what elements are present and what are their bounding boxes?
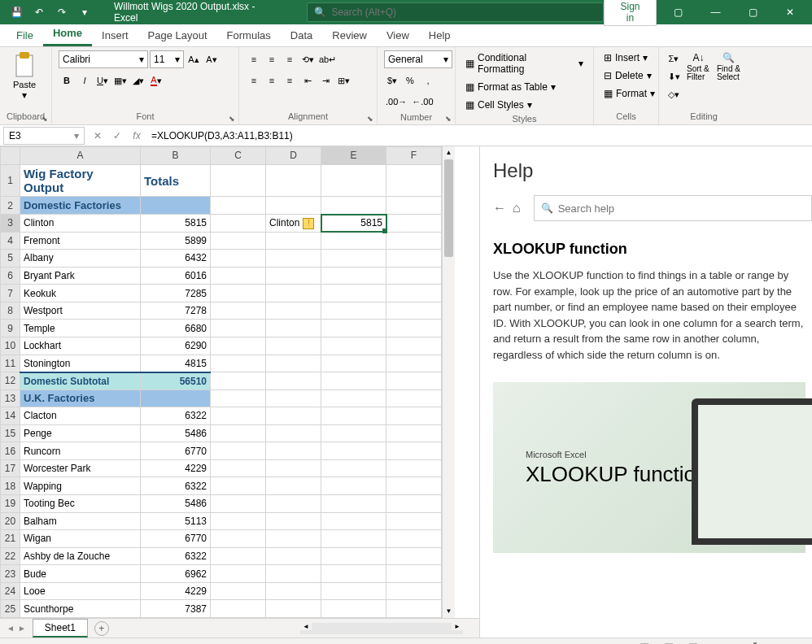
- cell-E15[interactable]: [321, 424, 386, 442]
- cell-E19[interactable]: [321, 495, 386, 513]
- comma-icon[interactable]: ,: [420, 72, 436, 89]
- cell-F16[interactable]: [386, 442, 442, 460]
- col-header-F[interactable]: F: [386, 147, 442, 165]
- cell-B18[interactable]: 6322: [141, 477, 211, 495]
- cell-C16[interactable]: [211, 442, 266, 460]
- cell-D14[interactable]: [266, 407, 321, 425]
- row-header-20[interactable]: 20: [1, 512, 20, 530]
- clipboard-launcher-icon[interactable]: ⬊: [41, 115, 48, 123]
- row-header-8[interactable]: 8: [1, 302, 20, 320]
- cell-B16[interactable]: 6770: [141, 442, 211, 460]
- tab-scroll-last-icon[interactable]: ►: [18, 624, 26, 633]
- delete-cells-button[interactable]: ⊟Delete▾: [600, 68, 655, 83]
- cell-F17[interactable]: [386, 459, 442, 477]
- cell-F10[interactable]: [386, 337, 442, 355]
- align-bottom-icon[interactable]: ≡: [282, 51, 298, 67]
- cell-F22[interactable]: [386, 547, 442, 565]
- tell-me-input[interactable]: [331, 7, 596, 18]
- cell-C12[interactable]: [211, 372, 266, 390]
- cell-A10[interactable]: Lockhart: [20, 337, 141, 355]
- row-header-19[interactable]: 19: [1, 495, 20, 513]
- redo-icon[interactable]: ↷: [52, 2, 72, 22]
- cell-A3[interactable]: Clinton: [20, 215, 141, 233]
- page-layout-view-icon[interactable]: ▥: [660, 640, 678, 645]
- row-header-13[interactable]: 13: [1, 389, 20, 407]
- cell-E16[interactable]: [321, 442, 386, 460]
- cell-D21[interactable]: [266, 530, 321, 548]
- cell-C11[interactable]: [211, 355, 266, 372]
- decrease-decimal-icon[interactable]: ←.00: [410, 94, 434, 110]
- insert-cells-button[interactable]: ⊞Insert▾: [600, 50, 651, 65]
- row-header-25[interactable]: 25: [1, 600, 20, 618]
- cell-E12[interactable]: [321, 372, 386, 390]
- cell-B8[interactable]: 7278: [141, 302, 211, 320]
- row-header-17[interactable]: 17: [1, 459, 20, 477]
- row-header-18[interactable]: 18: [1, 477, 20, 495]
- tab-help[interactable]: Help: [419, 24, 461, 46]
- cell-D11[interactable]: [266, 355, 321, 372]
- cell-C22[interactable]: [211, 547, 266, 565]
- align-right-icon[interactable]: ≡: [282, 72, 298, 89]
- col-header-E[interactable]: E: [321, 147, 386, 165]
- cell-A23[interactable]: Bude: [20, 565, 141, 583]
- row-header-16[interactable]: 16: [1, 442, 20, 460]
- font-launcher-icon[interactable]: ⬊: [229, 115, 235, 123]
- page-break-view-icon[interactable]: ▤: [684, 640, 702, 645]
- cell-F13[interactable]: [386, 389, 442, 407]
- cell-E7[interactable]: [321, 285, 386, 302]
- cell-C24[interactable]: [211, 582, 266, 600]
- cell-A11[interactable]: Stonington: [20, 355, 141, 372]
- cell-A5[interactable]: Albany: [20, 250, 141, 268]
- fill-color-button[interactable]: ◢▾: [130, 72, 146, 89]
- scroll-up-icon[interactable]: ▲: [443, 146, 455, 159]
- bold-button[interactable]: B: [59, 72, 75, 89]
- cell-B12[interactable]: 56510: [141, 372, 211, 390]
- cell-B4[interactable]: 5899: [141, 232, 211, 250]
- row-header-5[interactable]: 5: [1, 250, 20, 268]
- help-home-icon[interactable]: ⌂: [513, 201, 521, 215]
- cell-E2[interactable]: [321, 197, 386, 215]
- format-as-table-button[interactable]: ▦Format as Table▾: [462, 80, 559, 94]
- cell-B5[interactable]: 6432: [141, 250, 211, 268]
- cell-B22[interactable]: 6322: [141, 547, 211, 565]
- cell-E9[interactable]: [321, 320, 386, 337]
- col-header-A[interactable]: A: [20, 147, 141, 165]
- cell-A16[interactable]: Runcorn: [20, 442, 141, 460]
- cell-D18[interactable]: [266, 477, 321, 495]
- cell-B7[interactable]: 7285: [141, 285, 211, 302]
- align-left-icon[interactable]: ≡: [246, 72, 262, 89]
- cell-E17[interactable]: [321, 459, 386, 477]
- orientation-icon[interactable]: ⟲▾: [299, 51, 316, 67]
- cell-C6[interactable]: [211, 267, 266, 285]
- cell-C25[interactable]: [211, 600, 266, 618]
- row-header-23[interactable]: 23: [1, 565, 20, 583]
- cell-B14[interactable]: 6322: [141, 407, 211, 425]
- tab-formulas[interactable]: Formulas: [217, 24, 281, 46]
- enter-formula-icon[interactable]: ✓: [107, 130, 127, 141]
- qat-customize-icon[interactable]: ▾: [75, 2, 94, 22]
- tab-insert[interactable]: Insert: [92, 24, 138, 46]
- cell-F1[interactable]: [386, 164, 442, 197]
- cell-A22[interactable]: Ashby de la Zouche: [20, 547, 141, 565]
- cell-E24[interactable]: [321, 582, 386, 600]
- cell-B2[interactable]: [141, 197, 211, 215]
- cell-C2[interactable]: [211, 197, 266, 215]
- cell-D10[interactable]: [266, 337, 321, 355]
- cell-F6[interactable]: [386, 267, 442, 285]
- scroll-thumb[interactable]: [444, 159, 453, 257]
- tab-view[interactable]: View: [377, 24, 419, 46]
- cell-A8[interactable]: Westport: [20, 302, 141, 320]
- cell-A20[interactable]: Balham: [20, 512, 141, 530]
- wrap-text-icon[interactable]: ab↵: [317, 51, 338, 67]
- cell-C15[interactable]: [211, 424, 266, 442]
- maximize-icon[interactable]: ▢: [737, 1, 768, 24]
- cell-E11[interactable]: [321, 355, 386, 372]
- cell-D15[interactable]: [266, 424, 321, 442]
- cell-F15[interactable]: [386, 424, 442, 442]
- help-search-input[interactable]: [558, 202, 805, 215]
- cell-B24[interactable]: 4229: [141, 582, 211, 600]
- cell-D19[interactable]: [266, 495, 321, 513]
- cell-A4[interactable]: Fremont: [20, 232, 141, 250]
- cell-B3[interactable]: 5815: [141, 215, 211, 233]
- cell-B9[interactable]: 6680: [141, 320, 211, 337]
